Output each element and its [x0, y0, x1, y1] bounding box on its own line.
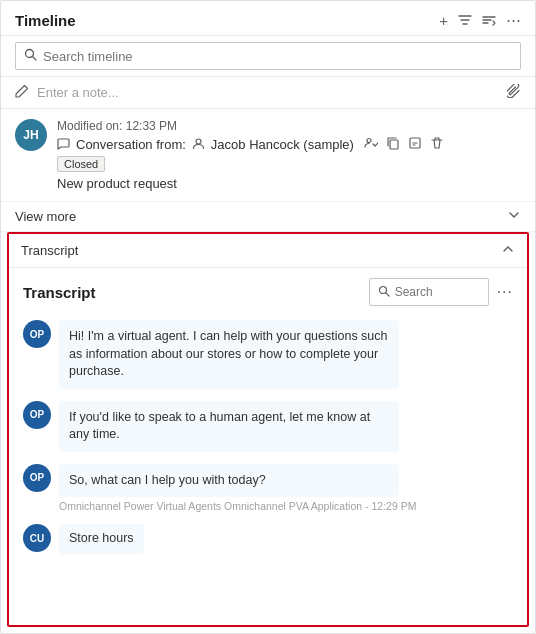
note-input-row: Enter a note...: [1, 77, 535, 109]
avatar: JH: [15, 119, 47, 151]
conversation-label: Conversation from:: [76, 137, 186, 152]
conversation-row: Conversation from: Jacob Hancock (sample…: [57, 136, 521, 153]
transcript-header-title: Transcript: [21, 243, 78, 258]
avatar-op: OP: [23, 464, 51, 492]
svg-point-3: [367, 139, 371, 143]
transcript-toolbar: Transcript ···: [9, 268, 527, 312]
avatar-op: OP: [23, 401, 51, 429]
copy-icon[interactable]: [386, 136, 400, 153]
ellipsis-icon[interactable]: ···: [497, 283, 513, 301]
timeline-content: Modified on: 12:33 PM Conversation from:…: [57, 119, 521, 191]
svg-line-7: [385, 293, 388, 296]
message-row: OP So, what can I help you with today? O…: [23, 464, 513, 513]
pencil-icon: [15, 84, 29, 101]
transcript-search-row: ···: [369, 278, 513, 306]
message-content: So, what can I help you with today? Omni…: [59, 464, 416, 513]
messages-list: OP Hi! I'm a virtual agent. I can help w…: [9, 312, 527, 562]
transcript-search-box[interactable]: [369, 278, 489, 306]
message-bubble: If you'd like to speak to a human agent,…: [59, 401, 399, 452]
person-icon: [192, 137, 205, 153]
paperclip-icon[interactable]: [507, 84, 521, 101]
message-row: OP If you'd like to speak to a human age…: [23, 401, 513, 452]
message-content: Hi! I'm a virtual agent. I can help with…: [59, 320, 399, 389]
message-row: CU Store hours: [23, 524, 513, 554]
edit-icon[interactable]: [408, 136, 422, 153]
timeline-item: JH Modified on: 12:33 PM Conversation fr…: [1, 109, 535, 202]
message-content: If you'd like to speak to a human agent,…: [59, 401, 399, 452]
message-row: OP Hi! I'm a virtual agent. I can help w…: [23, 320, 513, 389]
add-icon[interactable]: +: [439, 12, 448, 29]
main-panel: Timeline + ⋯: [0, 0, 536, 634]
avatar-cu: CU: [23, 524, 51, 552]
transcript-section: Transcript Transcript: [7, 232, 529, 627]
delete-icon[interactable]: [430, 136, 444, 153]
filter-icon[interactable]: [458, 13, 472, 27]
message-content: Store hours: [59, 524, 144, 554]
message-bubble: Hi! I'm a virtual agent. I can help with…: [59, 320, 399, 389]
search-timeline-container: [1, 36, 535, 77]
search-icon: [24, 48, 37, 64]
conversation-icon: [57, 137, 70, 153]
chevron-up-icon[interactable]: [501, 242, 515, 259]
sort-icon[interactable]: [482, 13, 496, 27]
person-name: Jacob Hancock (sample): [211, 137, 354, 152]
search-timeline-input[interactable]: [43, 49, 512, 64]
more-options-icon[interactable]: ⋯: [506, 11, 521, 29]
header-icons: + ⋯: [439, 11, 521, 29]
message-bubble: Store hours: [59, 524, 144, 554]
view-more-row: View more: [1, 202, 535, 232]
message-bubble: So, what can I help you with today?: [59, 464, 399, 498]
panel-header: Timeline + ⋯: [1, 1, 535, 36]
search-timeline-box[interactable]: [15, 42, 521, 70]
svg-line-1: [33, 57, 37, 61]
conversation-actions: [364, 136, 444, 153]
chevron-down-icon[interactable]: [507, 208, 521, 225]
transcript-title: Transcript: [23, 284, 96, 301]
transcript-section-header: Transcript: [9, 234, 527, 268]
transcript-search-input[interactable]: [395, 285, 475, 299]
timeline-meta: Modified on: 12:33 PM: [57, 119, 521, 133]
transcript-search-icon: [378, 283, 390, 301]
svg-rect-4: [390, 140, 398, 149]
view-more-text[interactable]: View more: [15, 209, 76, 224]
note-placeholder[interactable]: Enter a note...: [37, 85, 499, 100]
panel-title: Timeline: [15, 12, 76, 29]
timeline-subject: New product request: [57, 176, 521, 191]
message-meta: Omnichannel Power Virtual Agents Omnicha…: [59, 500, 416, 512]
status-badge: Closed: [57, 156, 105, 172]
assign-icon[interactable]: [364, 136, 378, 153]
svg-point-2: [196, 139, 201, 144]
avatar-op: OP: [23, 320, 51, 348]
